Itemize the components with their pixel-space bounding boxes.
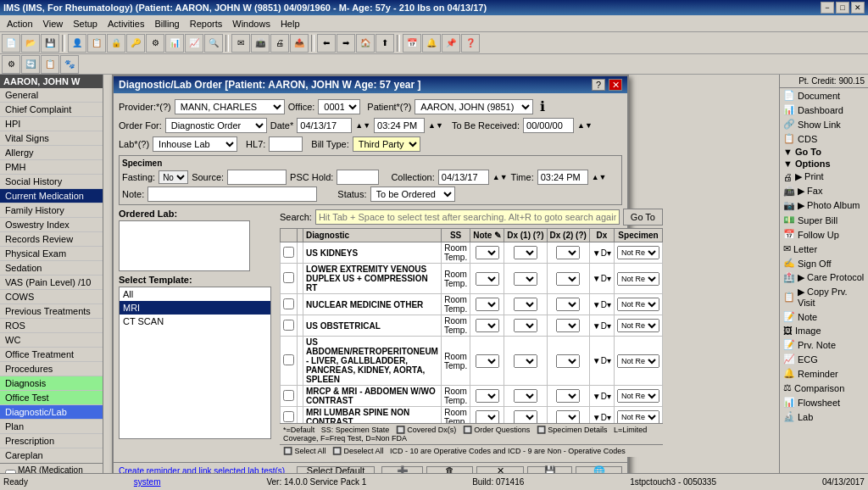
menu-activities[interactable]: Activities [103, 17, 149, 31]
sidebar-item-oswestry[interactable]: Oswestry Index [0, 218, 103, 232]
right-panel-photo-album[interactable]: 📷 ▶ Photo Album [780, 198, 868, 213]
tb-btn3[interactable]: 👤 [68, 34, 86, 53]
right-panel-ecg[interactable]: 📈 ECG [780, 352, 868, 366]
sidebar-item-cows[interactable]: COWS [0, 290, 103, 304]
sidebar-item-office-test[interactable]: Office Test [0, 391, 103, 405]
right-panel-sign-off[interactable]: ✍ Sign Off [780, 256, 868, 270]
right-panel-letter[interactable]: ✉ Letter [780, 242, 868, 256]
tb-save[interactable]: 💾 [41, 34, 59, 53]
sidebar-item-vital-signs[interactable]: Vital Signs [0, 131, 103, 146]
mar-checkbox[interactable] [5, 470, 16, 474]
dx1-select[interactable] [514, 272, 537, 286]
collection-date-spin[interactable]: ▲▼ [492, 173, 508, 181]
time-spin[interactable]: ▲▼ [428, 121, 443, 130]
dx1-select[interactable] [514, 410, 537, 423]
template-item-mri[interactable]: MRI [120, 301, 270, 315]
dx1-select[interactable] [514, 389, 537, 403]
right-panel-care-protocol[interactable]: 🏥 ▶ Care Protocol [780, 270, 868, 285]
sidebar-item-general[interactable]: General [0, 88, 103, 103]
status-select[interactable]: To be Ordered [370, 187, 455, 202]
sidebar-item-social-history[interactable]: Social History [0, 175, 103, 189]
dx2-select[interactable] [556, 410, 580, 423]
search-input[interactable] [315, 209, 620, 225]
to-be-received-input[interactable] [523, 118, 574, 133]
dx2-select[interactable] [556, 389, 580, 403]
note-select[interactable] [476, 354, 499, 368]
note-select[interactable] [476, 410, 499, 423]
tb-btn12[interactable]: 📠 [251, 34, 270, 53]
row-checkbox[interactable] [281, 337, 298, 386]
tb2-btn2[interactable]: 🔄 [21, 55, 40, 74]
specimen-select[interactable]: Not Req. [617, 298, 659, 311]
row-checkbox[interactable] [281, 386, 298, 407]
lab-select[interactable]: Inhouse Lab [153, 136, 237, 152]
checkbox-5[interactable] [283, 354, 294, 365]
menu-action[interactable]: Action [2, 17, 38, 31]
received-spin[interactable]: ▲▼ [577, 121, 593, 130]
menu-windows[interactable]: Windows [227, 17, 275, 31]
right-panel-print[interactable]: 🖨 ▶ Print [780, 170, 868, 184]
cancel-button[interactable]: ✕ Cancel [476, 466, 524, 473]
checkbox-2[interactable] [283, 272, 294, 283]
row-checkbox[interactable] [281, 315, 298, 337]
sidebar-item-previous-treatments[interactable]: Previous Treatments [0, 304, 103, 319]
checkbox-3[interactable] [283, 298, 294, 309]
tb-btn16[interactable]: ➡ [337, 34, 355, 53]
tb-btn4[interactable]: 📋 [87, 34, 106, 53]
tb-btn5[interactable]: 🔒 [107, 34, 125, 53]
dx1-select[interactable] [514, 354, 537, 368]
dx1-select[interactable] [514, 298, 537, 311]
dialog-close-button[interactable]: ✕ [609, 79, 622, 91]
collection-date-input[interactable] [438, 170, 489, 185]
right-panel-note[interactable]: 📝 Note [780, 309, 868, 324]
specimen-select[interactable]: Not Req. [617, 272, 659, 286]
sidebar-item-plan[interactable]: Plan [0, 420, 103, 434]
right-panel-copy-prv-visit[interactable]: 📋 ▶ Copy Prv. Visit [780, 285, 868, 309]
right-panel-dashboard[interactable]: 📊 Dashboard [780, 103, 868, 117]
right-panel-comparison[interactable]: ⚖ Comparison [780, 381, 868, 395]
sidebar-item-careplan[interactable]: Careplan [0, 448, 103, 461]
tb-btn20[interactable]: 🔔 [422, 34, 441, 53]
right-panel-follow-up[interactable]: 📅 Follow Up [780, 227, 868, 242]
tb-btn10[interactable]: 🔍 [204, 34, 223, 53]
tb-btn11[interactable]: ✉ [231, 34, 250, 53]
right-panel-cds[interactable]: 📋 CDS [780, 131, 868, 146]
sidebar-item-pmh[interactable]: PMH [0, 160, 103, 175]
select-default-tests-button[interactable]: Select Default Tests [297, 466, 376, 473]
info-icon[interactable]: ℹ [540, 98, 545, 114]
bill-type-select[interactable]: Third Party [353, 136, 420, 152]
sidebar-item-wc[interactable]: WC [0, 333, 103, 348]
date-input[interactable] [297, 118, 352, 133]
menu-reports[interactable]: Reports [185, 17, 228, 31]
dx2-select[interactable] [556, 319, 580, 332]
specimen-select[interactable]: Not Req. [617, 389, 659, 403]
sidebar-item-allergy[interactable]: Allergy [0, 146, 103, 160]
tb-btn6[interactable]: 🔑 [126, 34, 145, 53]
note-select[interactable] [476, 319, 499, 332]
tb-btn14[interactable]: 📤 [290, 34, 309, 53]
right-panel-reminder[interactable]: 🔔 Reminder [780, 366, 868, 381]
menu-setup[interactable]: Setup [68, 17, 103, 31]
sidebar-item-diagnosis[interactable]: Diagnosis [0, 376, 103, 391]
dx2-select[interactable] [556, 298, 580, 311]
sidebar-item-ros[interactable]: ROS [0, 319, 103, 333]
collection-time-spin[interactable]: ▲▼ [592, 173, 607, 181]
sidebar-item-records-review[interactable]: Records Review [0, 232, 103, 247]
right-panel-show-link[interactable]: 🔗 Show Link [780, 117, 868, 131]
right-panel-lab[interactable]: 🔬 Lab [780, 409, 868, 424]
row-checkbox[interactable] [281, 242, 298, 264]
right-panel-goto[interactable]: ▼ Go To [780, 146, 868, 158]
tb-btn19[interactable]: 📅 [403, 34, 421, 53]
dialog-help-button[interactable]: ? [592, 79, 605, 91]
row-checkbox[interactable] [281, 407, 298, 424]
sidebar-item-current-medication[interactable]: Current Medication [0, 189, 103, 203]
right-panel-flowsheet[interactable]: 📊 Flowsheet [780, 395, 868, 409]
tb-btn9[interactable]: 📈 [185, 34, 203, 53]
sidebar-item-office-treatment[interactable]: Office Treatment [0, 348, 103, 362]
checkbox-1[interactable] [283, 247, 294, 258]
dx2-select[interactable] [556, 246, 580, 259]
note-select[interactable] [476, 389, 499, 403]
template-item-ct-scan[interactable]: CT SCAN [120, 315, 270, 328]
date-spin[interactable]: ▲▼ [355, 121, 370, 130]
tb-btn22[interactable]: ❓ [461, 34, 480, 53]
